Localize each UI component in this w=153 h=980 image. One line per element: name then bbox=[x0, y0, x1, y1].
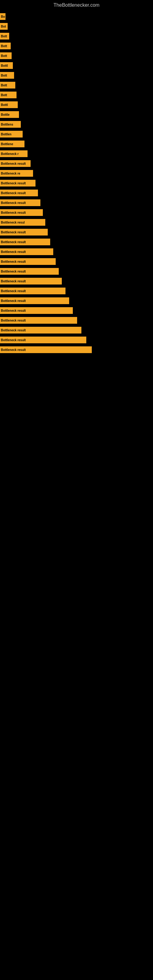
bar-row: Bottleneck result bbox=[0, 286, 153, 295]
bar-row: Bottleneck result bbox=[0, 199, 153, 207]
bar-fill: Bott bbox=[0, 52, 12, 59]
bar-fill: Bottleneck result bbox=[0, 298, 69, 304]
bar-fill: Bottleneck result bbox=[0, 189, 38, 196]
bar-label: Bott bbox=[1, 94, 7, 97]
bar-row: Bottleneck result bbox=[0, 306, 153, 315]
bar-label: Bottleneck result bbox=[1, 231, 26, 234]
bar-row: Bottlene bbox=[0, 140, 153, 148]
bar-row: Bottleneck result bbox=[0, 179, 153, 188]
bar-label: Bottleneck result bbox=[1, 211, 26, 215]
bar-fill: Bottleneck result bbox=[0, 248, 53, 255]
bar-fill: Bottleneck result bbox=[0, 180, 35, 186]
bar-fill: Bottleneck result bbox=[0, 346, 92, 353]
bar-fill: Bott bbox=[0, 72, 14, 79]
bar-label: Bottleneck result bbox=[1, 201, 26, 205]
bar-fill: Bottleneck result bbox=[0, 199, 40, 206]
bar-fill: Bott bbox=[0, 43, 11, 49]
bar-label: Bottl bbox=[1, 103, 8, 107]
bar-fill: Bo bbox=[0, 13, 5, 20]
bar-row: Bott bbox=[0, 71, 153, 80]
bar-fill: Bottlens bbox=[0, 121, 21, 128]
bar-label: Bottleneck r bbox=[1, 152, 19, 156]
bar-row: Bo bbox=[0, 12, 153, 21]
bar-label: Bottleneck result bbox=[1, 339, 26, 342]
bar-row: Bottleneck resul bbox=[0, 218, 153, 227]
bar-row: Bottl bbox=[0, 100, 153, 109]
bar-row: Bottleneck r bbox=[0, 150, 153, 158]
bar-label: Bottleneck result bbox=[1, 290, 26, 293]
bar-row: Bottl bbox=[0, 61, 153, 70]
bars-container: BoBotBottBottBottBottlBottBottBottBottlB… bbox=[0, 9, 153, 355]
bar-label: Bottleneck result bbox=[1, 250, 26, 254]
bar-label: Bottleneck resul bbox=[1, 221, 25, 224]
bar-fill: Bottleneck result bbox=[0, 229, 48, 235]
bar-label: Bo bbox=[1, 15, 5, 18]
bar-fill: Bottleneck result bbox=[0, 327, 81, 334]
bar-label: Bottl bbox=[1, 64, 8, 67]
bar-label: Bottleneck result bbox=[1, 162, 26, 165]
bar-label: Bottleneck result bbox=[1, 260, 26, 263]
bar-fill: Bottleneck result bbox=[0, 307, 73, 314]
bar-fill: Bottlene bbox=[0, 140, 24, 147]
bar-label: Bott bbox=[1, 45, 7, 48]
bar-fill: Bottlen bbox=[0, 131, 22, 137]
bar-label: Bott bbox=[1, 84, 7, 87]
bar-row: Bottleneck re bbox=[0, 169, 153, 178]
bar-row: Bottleneck result bbox=[0, 257, 153, 266]
bar-row: Bottleneck result bbox=[0, 208, 153, 217]
bar-label: Bottleneck result bbox=[1, 309, 26, 312]
bar-label: Bottle bbox=[1, 113, 10, 116]
bar-row: Bottleneck result bbox=[0, 345, 153, 354]
bar-row: Bottleneck result bbox=[0, 267, 153, 275]
bar-label: Bott bbox=[1, 35, 7, 38]
bar-fill: Bottleneck result bbox=[0, 258, 56, 265]
bar-label: Bott bbox=[1, 54, 7, 57]
bar-fill: Bottleneck resul bbox=[0, 219, 45, 226]
bar-label: Bottleneck result bbox=[1, 270, 26, 273]
bar-fill: Bottleneck result bbox=[0, 278, 62, 285]
bar-label: Bottleneck result bbox=[1, 319, 26, 322]
bar-row: Bottlen bbox=[0, 130, 153, 138]
bar-row: Bottleneck result bbox=[0, 228, 153, 236]
site-title: TheBottlenecker.com bbox=[0, 0, 153, 9]
bar-fill: Bottleneck re bbox=[0, 170, 33, 177]
bar-label: Bottleneck result bbox=[1, 240, 26, 244]
bar-row: Bott bbox=[0, 41, 153, 50]
bar-label: Bot bbox=[1, 25, 6, 28]
bar-label: Bottleneck result bbox=[1, 348, 26, 352]
bar-row: Bott bbox=[0, 32, 153, 40]
bar-row: Bot bbox=[0, 22, 153, 30]
bar-label: Bottlen bbox=[1, 133, 11, 136]
bar-row: Bottleneck result bbox=[0, 189, 153, 197]
bar-label: Bottleneck re bbox=[1, 172, 20, 175]
bar-fill: Bottleneck result bbox=[0, 288, 65, 294]
bar-row: Bottleneck result bbox=[0, 316, 153, 325]
bar-fill: Bottleneck result bbox=[0, 317, 77, 324]
bar-fill: Bott bbox=[0, 92, 16, 98]
bar-label: Bottleneck result bbox=[1, 191, 26, 195]
bar-row: Bottlens bbox=[0, 120, 153, 129]
bar-fill: Bottleneck result bbox=[0, 337, 86, 343]
bar-row: Bottleneck result bbox=[0, 326, 153, 334]
bar-row: Bottle bbox=[0, 110, 153, 119]
bar-fill: Bot bbox=[0, 23, 8, 30]
bar-fill: Bottleneck r bbox=[0, 150, 27, 157]
bar-row: Bott bbox=[0, 51, 153, 60]
bar-fill: Bottleneck result bbox=[0, 160, 30, 167]
bar-fill: Bott bbox=[0, 82, 15, 89]
bar-label: Bottleneck result bbox=[1, 280, 26, 283]
bar-row: Bottleneck result bbox=[0, 238, 153, 246]
bar-label: Bottleneck result bbox=[1, 181, 26, 185]
bar-label: Bottleneck result bbox=[1, 299, 26, 302]
bar-label: Bottlens bbox=[1, 123, 13, 126]
bar-fill: Bottleneck result bbox=[0, 209, 43, 216]
bar-row: Bott bbox=[0, 91, 153, 99]
bar-row: Bott bbox=[0, 81, 153, 89]
bar-fill: Bottleneck result bbox=[0, 239, 50, 245]
bar-label: Bottlene bbox=[1, 142, 13, 146]
bar-fill: Bott bbox=[0, 33, 9, 40]
bar-fill: Bottl bbox=[0, 62, 13, 69]
bar-fill: Bottle bbox=[0, 111, 19, 118]
bar-row: Bottleneck result bbox=[0, 277, 153, 285]
bar-row: Bottleneck result bbox=[0, 296, 153, 305]
